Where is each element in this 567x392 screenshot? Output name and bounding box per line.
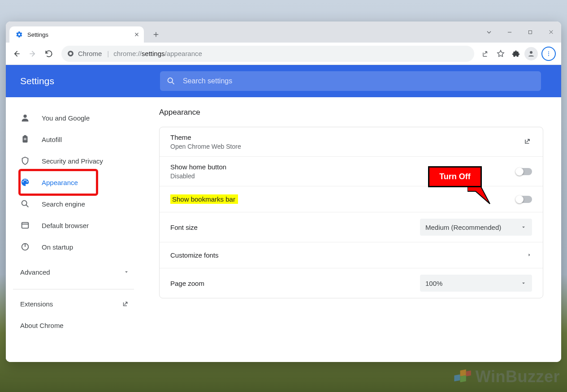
new-tab-button[interactable] [149, 28, 163, 41]
select-font-size[interactable]: Medium (Recommended) [420, 219, 532, 236]
row-customize-fonts[interactable]: Customize fonts [160, 242, 543, 268]
bookmark-star-icon[interactable] [493, 46, 508, 62]
share-icon[interactable] [478, 46, 493, 62]
browser-window-icon [20, 220, 30, 230]
row-home-title: Show home button [170, 163, 226, 171]
row-fontsize-title: Font size [170, 224, 198, 231]
settings-header: Settings [6, 65, 561, 97]
url-host: settings [142, 50, 165, 57]
nav-forward-button[interactable] [25, 46, 41, 62]
sidebar-item-label: Autofill [42, 136, 62, 143]
row-customfonts-title: Customize fonts [170, 251, 219, 259]
window-close-button[interactable] [541, 22, 561, 43]
svg-rect-20 [466, 370, 471, 376]
select-page-zoom-value: 100% [425, 280, 442, 287]
sidebar-item-autofill[interactable]: Autofill [6, 129, 141, 150]
row-bookmarks-title: Show bookmarks bar [170, 194, 238, 204]
url-path: /appearance [165, 50, 202, 57]
watermark-text: WinBuzzer [476, 367, 560, 386]
sidebar-extensions-link[interactable]: Extensions [6, 293, 141, 314]
address-bar[interactable]: Chrome | chrome://settings/appearance [61, 46, 474, 62]
open-external-icon [121, 300, 130, 308]
clipboard-icon [20, 134, 30, 144]
chevron-right-icon [527, 251, 532, 259]
sidebar-item-appearance[interactable]: Appearance [11, 172, 136, 193]
sidebar-advanced-label: Advanced [20, 268, 50, 276]
row-zoom-title: Page zoom [170, 280, 204, 287]
sidebar-item-label: Security and Privacy [42, 157, 103, 165]
nav-back-button[interactable] [9, 46, 25, 62]
settings-main: Appearance Theme Open Chrome Web Store [141, 97, 561, 362]
row-bookmarks-bar: Show bookmarks bar [160, 186, 543, 212]
svg-point-3 [530, 51, 532, 54]
browser-toolbar: Chrome | chrome://settings/appearance [6, 43, 561, 65]
settings-gear-icon [16, 31, 23, 38]
window-minimize-button[interactable] [499, 22, 520, 43]
sidebar-about-label: About Chrome [20, 322, 64, 329]
sidebar-item-search-engine[interactable]: Search engine [6, 193, 141, 215]
row-theme[interactable]: Theme Open Chrome Web Store [160, 127, 543, 157]
row-font-size: Font size Medium (Recommended) [160, 212, 543, 242]
sidebar-item-default-browser[interactable]: Default browser [6, 215, 141, 236]
svg-rect-12 [24, 139, 26, 140]
svg-rect-14 [22, 223, 29, 228]
sidebar-item-security[interactable]: Security and Privacy [6, 150, 141, 172]
search-icon [20, 199, 30, 209]
sidebar-separator [13, 289, 134, 289]
svg-rect-0 [529, 30, 532, 34]
power-icon [20, 242, 30, 252]
svg-rect-18 [460, 370, 466, 377]
settings-search-box[interactable] [160, 71, 541, 91]
section-title: Appearance [159, 108, 543, 117]
watermark-logo-icon [452, 367, 472, 387]
sidebar-item-label: You and Google [42, 114, 90, 122]
watermark: WinBuzzer [452, 367, 560, 387]
caret-down-icon [123, 269, 130, 275]
site-identity-label: Chrome [78, 50, 102, 57]
svg-point-5 [548, 53, 549, 54]
open-external-icon [523, 137, 532, 147]
nav-reload-button[interactable] [41, 46, 57, 62]
person-icon [20, 113, 30, 123]
caret-down-icon [520, 224, 527, 230]
svg-rect-19 [460, 375, 466, 383]
window-maximize-button[interactable] [520, 22, 541, 43]
row-home-button: Show home button Disabled [160, 157, 543, 186]
svg-point-4 [548, 51, 549, 52]
svg-point-13 [22, 201, 27, 206]
toggle-home-button[interactable] [516, 168, 532, 175]
svg-rect-17 [454, 375, 460, 382]
row-theme-title: Theme [170, 134, 241, 141]
sidebar-item-on-startup[interactable]: On startup [6, 236, 141, 258]
tab-search-chevron-icon[interactable] [479, 22, 499, 43]
settings-header-title: Settings [20, 76, 54, 86]
sidebar-extensions-label: Extensions [20, 300, 53, 308]
settings-search-input[interactable] [183, 77, 535, 85]
browser-tab[interactable]: Settings [9, 26, 144, 43]
row-page-zoom: Page zoom 100% [160, 268, 543, 298]
search-icon [166, 76, 176, 86]
profile-avatar-button[interactable] [524, 47, 538, 60]
shield-icon [20, 156, 30, 166]
extensions-puzzle-icon[interactable] [508, 46, 524, 62]
svg-point-2 [69, 52, 72, 55]
appearance-card: Theme Open Chrome Web Store Show home bu… [159, 127, 543, 298]
omnibox-divider: | [107, 50, 109, 57]
svg-rect-10 [24, 135, 26, 137]
url-scheme: chrome:// [113, 50, 142, 57]
select-font-size-value: Medium (Recommended) [425, 224, 501, 231]
sidebar-item-label: Appearance [42, 179, 78, 186]
settings-sidebar: You and Google Autofill Security and Pri… [6, 97, 141, 362]
chrome-page-icon: Chrome [67, 50, 102, 57]
tab-title: Settings [27, 31, 48, 38]
tab-strip: Settings [6, 22, 561, 43]
row-theme-subtitle: Open Chrome Web Store [170, 143, 241, 150]
select-page-zoom[interactable]: 100% [420, 275, 532, 292]
sidebar-about-chrome-link[interactable]: About Chrome [6, 314, 141, 336]
sidebar-item-you-and-google[interactable]: You and Google [6, 107, 141, 129]
close-tab-icon[interactable] [133, 31, 140, 38]
svg-rect-11 [24, 138, 26, 138]
sidebar-advanced-toggle[interactable]: Advanced [6, 261, 141, 283]
chrome-menu-button[interactable] [541, 47, 556, 61]
toggle-bookmarks-bar[interactable] [516, 196, 532, 203]
